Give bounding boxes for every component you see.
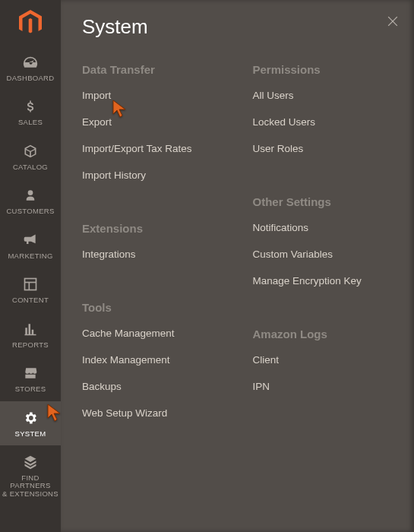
link-import-export-tax-rates[interactable]: Import/Export Tax Rates bbox=[82, 143, 223, 154]
nav-label: FIND PARTNERS & EXTENSIONS bbox=[2, 474, 59, 498]
section-permissions: Permissions bbox=[253, 63, 393, 76]
link-locked-users[interactable]: Locked Users bbox=[253, 116, 393, 128]
link-manage-encryption-key[interactable]: Manage Encryption Key bbox=[253, 275, 393, 287]
nav-customers[interactable]: CUSTOMERS bbox=[0, 179, 61, 223]
nav-sales[interactable]: SALES bbox=[0, 90, 61, 134]
link-custom-variables[interactable]: Custom Variables bbox=[253, 249, 393, 260]
panel-title: System bbox=[82, 15, 393, 39]
nav-label: CATALOG bbox=[13, 163, 48, 171]
link-import[interactable]: Import bbox=[82, 90, 223, 101]
link-backups[interactable]: Backups bbox=[82, 381, 223, 392]
link-notifications[interactable]: Notifications bbox=[253, 222, 393, 233]
dashboard-icon bbox=[22, 54, 39, 71]
nav-label: CUSTOMERS bbox=[6, 207, 54, 215]
section-amazon-logs: Amazon Logs bbox=[253, 328, 393, 340]
link-all-users[interactable]: All Users bbox=[253, 90, 393, 101]
nav-label: DASHBOARD bbox=[7, 74, 55, 82]
section-other-settings: Other Settings bbox=[253, 195, 393, 208]
section-data-transfer: Data Transfer bbox=[82, 63, 223, 76]
right-column: Permissions All Users Locked Users User … bbox=[253, 59, 393, 434]
nav-label: SYSTEM bbox=[15, 430, 46, 438]
link-ipn[interactable]: IPN bbox=[253, 381, 393, 392]
nav-reports[interactable]: REPORTS bbox=[0, 312, 61, 356]
admin-sidebar: DASHBOARD SALES CATALOG CUSTOMERS MARKET… bbox=[0, 0, 61, 532]
nav-content[interactable]: CONTENT bbox=[0, 268, 61, 312]
nav-marketing[interactable]: MARKETING bbox=[0, 223, 61, 268]
link-cache-management[interactable]: Cache Management bbox=[82, 328, 223, 339]
link-client[interactable]: Client bbox=[253, 354, 393, 366]
link-user-roles[interactable]: User Roles bbox=[253, 143, 393, 154]
chart-icon bbox=[23, 321, 38, 337]
dollar-icon bbox=[23, 98, 38, 115]
gear-icon bbox=[23, 410, 38, 426]
nav-label: CONTENT bbox=[12, 296, 49, 304]
section-tools: Tools bbox=[82, 301, 223, 314]
nav-label: MARKETING bbox=[8, 252, 52, 260]
store-icon bbox=[23, 365, 38, 382]
link-integrations[interactable]: Integrations bbox=[82, 249, 223, 260]
megaphone-icon bbox=[23, 232, 38, 249]
nav-label: STORES bbox=[15, 385, 46, 393]
person-icon bbox=[24, 187, 37, 204]
svg-rect-0 bbox=[25, 279, 36, 290]
link-index-management[interactable]: Index Management bbox=[82, 354, 223, 366]
link-import-history[interactable]: Import History bbox=[82, 169, 223, 181]
partners-icon bbox=[23, 454, 38, 470]
left-column: Data Transfer Import Export Import/Expor… bbox=[82, 59, 223, 434]
close-button[interactable] bbox=[385, 14, 400, 32]
nav-system[interactable]: SYSTEM bbox=[0, 401, 61, 445]
nav-catalog[interactable]: CATALOG bbox=[0, 135, 61, 179]
layout-icon bbox=[23, 276, 38, 293]
nav-label: SALES bbox=[18, 119, 43, 126]
link-export[interactable]: Export bbox=[82, 116, 223, 128]
system-submenu-panel: System Data Transfer Import Export Impor… bbox=[61, 0, 414, 532]
nav-stores[interactable]: STORES bbox=[0, 356, 61, 401]
nav-find-partners[interactable]: FIND PARTNERS & EXTENSIONS bbox=[0, 445, 61, 505]
nav-label: REPORTS bbox=[12, 341, 49, 349]
magento-logo[interactable] bbox=[0, 0, 61, 46]
section-extensions: Extensions bbox=[82, 222, 223, 235]
link-web-setup-wizard[interactable]: Web Setup Wizard bbox=[82, 407, 223, 419]
nav-dashboard[interactable]: DASHBOARD bbox=[0, 46, 61, 90]
cube-icon bbox=[23, 143, 38, 160]
